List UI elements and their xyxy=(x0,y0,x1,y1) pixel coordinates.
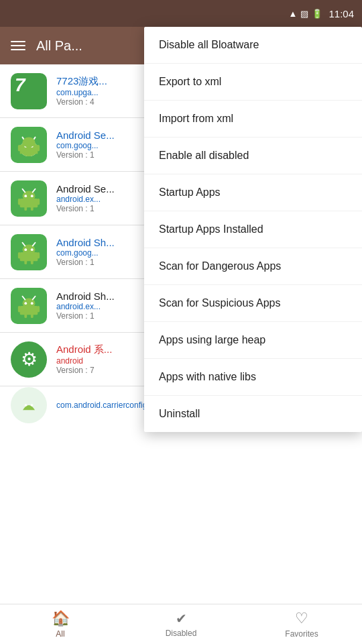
menu-item-uninstall[interactable]: Uninstall xyxy=(144,396,362,432)
menu-item-enable-disabled[interactable]: Enable all disabled xyxy=(144,138,362,174)
signal-icon: ▨ xyxy=(300,9,308,19)
svg-rect-22 xyxy=(31,206,34,211)
app-bar-title: All Pa... xyxy=(36,38,82,54)
svg-line-38 xyxy=(33,296,36,299)
nav-label-favorites: Favorites xyxy=(285,629,318,639)
android-robot-svg xyxy=(16,186,42,211)
android-icon xyxy=(11,180,47,217)
status-bar: ▲ ▨ 🔋 11:04 xyxy=(0,0,362,27)
svg-line-28 xyxy=(33,242,36,246)
svg-rect-39 xyxy=(18,306,21,313)
nav-item-favorites[interactable]: ♡ Favorites xyxy=(241,604,362,644)
app-icon: 7 xyxy=(11,73,47,109)
svg-point-12 xyxy=(23,137,36,147)
app-icon xyxy=(11,180,47,217)
svg-line-18 xyxy=(33,189,36,192)
menu-item-native-libs[interactable]: Apps with native libs xyxy=(144,359,362,396)
menu-item-import-xml[interactable]: Import from xml xyxy=(144,101,362,138)
menu-item-startup-apps[interactable]: Startup Apps xyxy=(144,174,362,211)
menu-item-export-xml[interactable]: Export to xml xyxy=(144,64,362,101)
menu-item-large-heap[interactable]: Apps using large heap xyxy=(144,322,362,359)
svg-line-27 xyxy=(23,242,25,246)
nav-label-disabled: Disabled xyxy=(166,629,197,638)
check-icon: ✔ xyxy=(176,610,187,627)
svg-point-43 xyxy=(25,404,27,407)
svg-rect-34 xyxy=(20,306,38,315)
svg-point-15 xyxy=(24,195,27,197)
nav-label-all: All xyxy=(56,629,64,639)
svg-rect-8 xyxy=(18,145,21,152)
svg-rect-19 xyxy=(18,199,21,205)
wifi-icon: ▲ xyxy=(289,9,298,19)
svg-rect-41 xyxy=(24,313,27,318)
svg-rect-40 xyxy=(37,306,40,313)
svg-rect-14 xyxy=(20,199,38,207)
svg-point-25 xyxy=(24,248,27,251)
svg-rect-30 xyxy=(37,252,40,259)
svg-rect-10 xyxy=(24,151,27,156)
svg-point-26 xyxy=(31,248,34,251)
status-time: 11:04 xyxy=(328,8,354,19)
app-icon xyxy=(11,234,47,270)
app-icon xyxy=(11,127,47,163)
android-robot-svg xyxy=(16,293,42,319)
svg-line-17 xyxy=(23,189,25,192)
svg-rect-29 xyxy=(18,252,21,259)
android-icon xyxy=(11,234,47,270)
context-menu: Disable all Bloatware Export to xml Impo… xyxy=(144,27,362,432)
battery-icon: 🔋 xyxy=(312,9,322,19)
svg-rect-21 xyxy=(24,206,27,211)
app-icon: ⚙ xyxy=(11,341,47,378)
status-icons: ▲ ▨ 🔋 11:04 xyxy=(289,8,354,19)
app-icon xyxy=(11,288,47,324)
svg-rect-11 xyxy=(31,151,34,156)
svg-rect-24 xyxy=(20,252,38,261)
svg-rect-9 xyxy=(37,145,40,152)
heart-icon: ♡ xyxy=(295,610,308,627)
android-icon xyxy=(11,127,47,163)
android-robot-svg xyxy=(16,132,42,158)
nav-item-disabled[interactable]: ✔ Disabled xyxy=(121,604,241,644)
app-icon xyxy=(11,387,47,423)
svg-rect-42 xyxy=(31,313,34,318)
nav-item-all[interactable]: 🏠 All xyxy=(0,604,121,644)
android-partial-svg xyxy=(17,398,41,412)
svg-rect-31 xyxy=(24,260,27,264)
svg-point-16 xyxy=(31,195,34,197)
svg-rect-32 xyxy=(31,260,34,264)
svg-rect-20 xyxy=(37,199,40,205)
svg-line-37 xyxy=(23,296,25,299)
svg-point-36 xyxy=(31,302,34,305)
menu-item-startup-apps-installed[interactable]: Startup Apps Installed xyxy=(144,211,362,248)
icon-text: 7 xyxy=(15,74,25,96)
android-robot-svg xyxy=(16,239,42,265)
bottom-nav: 🏠 All ✔ Disabled ♡ Favorites xyxy=(0,604,362,644)
android-icon xyxy=(11,288,47,324)
menu-item-scan-suspicious[interactable]: Scan for Suspicious Apps xyxy=(144,285,362,322)
home-icon: 🏠 xyxy=(52,610,70,627)
gear-icon: ⚙ xyxy=(21,348,38,370)
svg-point-35 xyxy=(24,302,27,305)
menu-item-scan-dangerous[interactable]: Scan for Dangerous Apps xyxy=(144,248,362,285)
svg-point-44 xyxy=(31,404,34,407)
menu-button[interactable] xyxy=(11,41,25,50)
menu-item-disable-bloatware[interactable]: Disable all Bloatware xyxy=(144,27,362,64)
